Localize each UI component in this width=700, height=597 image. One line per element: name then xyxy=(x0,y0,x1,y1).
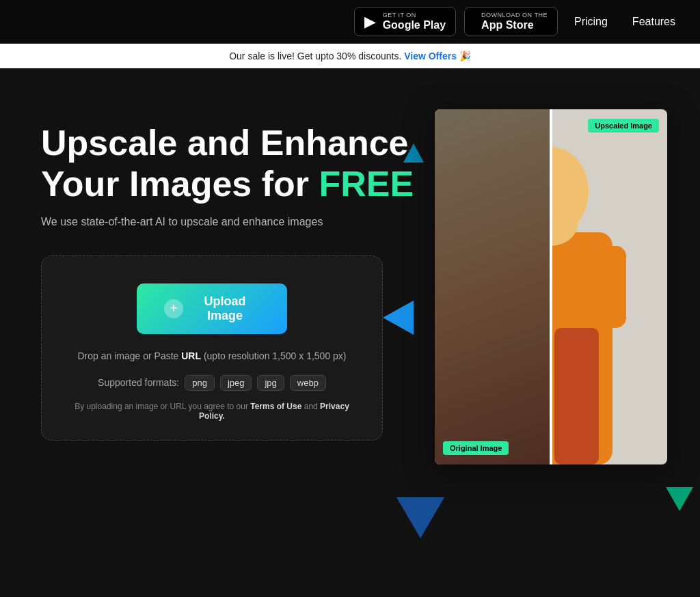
deco-triangle-4 xyxy=(396,497,444,538)
view-offers-link[interactable]: View Offers xyxy=(404,51,457,61)
compare-divider[interactable] xyxy=(550,109,552,464)
google-play-top-label: GET IT ON xyxy=(383,12,446,18)
main-section: Upscale and Enhance Your Images for FREE… xyxy=(0,68,700,579)
announcement-bar: Our sale is live! Get upto 30% discounts… xyxy=(0,44,700,68)
announcement-text: Our sale is live! Get upto 30% discounts… xyxy=(229,51,401,61)
format-jpg: jpg xyxy=(257,375,284,391)
header: ▶ GET IT ON Google Play Download on the … xyxy=(0,0,700,44)
app-store-badge[interactable]: Download on the App Store xyxy=(464,7,558,36)
plus-icon: + xyxy=(164,299,183,318)
original-label: Original Image xyxy=(443,441,509,455)
headline-line1: Upscale and Enhance xyxy=(41,123,409,163)
drop-text: Drop an image or Paste URL (upto resolut… xyxy=(62,350,362,361)
format-webp: webp xyxy=(290,375,326,391)
headline-free: FREE xyxy=(319,164,414,204)
headline: Upscale and Enhance Your Images for FREE xyxy=(41,123,424,205)
photo-original-half xyxy=(435,109,551,464)
pricing-nav-link[interactable]: Pricing xyxy=(566,12,616,32)
upscaled-label: Upscaled Image xyxy=(588,119,659,133)
features-nav-link[interactable]: Features xyxy=(624,12,684,32)
image-compare: Upscaled Image Original Image xyxy=(435,109,667,464)
format-jpeg: jpeg xyxy=(220,375,252,391)
url-link[interactable]: URL xyxy=(181,350,201,361)
google-play-icon: ▶ xyxy=(364,14,376,29)
hero-right: Upscaled Image Original Image xyxy=(424,109,667,464)
subheadline: We use state-of-the-art AI to upscale an… xyxy=(41,216,424,228)
google-play-bottom-label: Google Play xyxy=(383,18,446,31)
headline-line2: Your Images for xyxy=(41,164,309,204)
app-store-bottom-label: App Store xyxy=(481,18,548,31)
formats-label: Supported formats: xyxy=(98,377,179,388)
formats-row: Supported formats: png jpeg jpg webp xyxy=(62,375,362,391)
hero-left: Upscale and Enhance Your Images for FREE… xyxy=(41,109,424,441)
upload-box: + Upload Image Drop an image or Paste UR… xyxy=(41,255,383,441)
terms-text: By uploading an image or URL you agree t… xyxy=(62,402,362,421)
announcement-emoji: 🎉 xyxy=(459,51,471,61)
upload-image-button[interactable]: + Upload Image xyxy=(137,283,287,334)
deco-triangle-3 xyxy=(666,487,693,511)
app-store-top-label: Download on the xyxy=(481,12,548,18)
terms-link[interactable]: Terms of Use xyxy=(250,402,301,411)
google-play-badge[interactable]: ▶ GET IT ON Google Play xyxy=(354,7,456,36)
upload-btn-label: Upload Image xyxy=(190,294,260,323)
format-png: png xyxy=(185,375,215,391)
